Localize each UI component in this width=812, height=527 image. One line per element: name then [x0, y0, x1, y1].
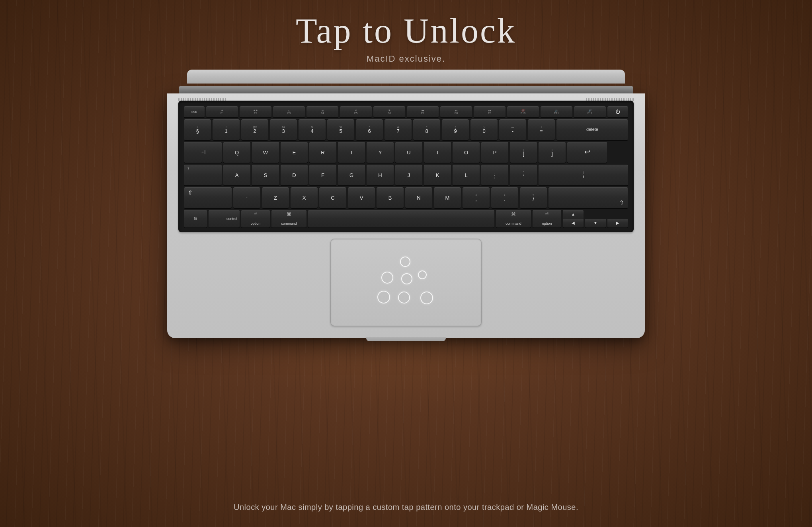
trackpad[interactable]: [330, 239, 482, 326]
key-lbracket[interactable]: {[: [510, 142, 537, 163]
tap-pattern: [374, 257, 438, 308]
key-power[interactable]: ⏻: [607, 106, 628, 117]
macbook-lid: [167, 70, 645, 93]
key-delete[interactable]: delete: [556, 119, 628, 140]
title-section: Tap to Unlock MacID exclusive.: [0, 12, 812, 64]
key-o[interactable]: O: [453, 142, 480, 163]
key-5[interactable]: %5: [327, 119, 354, 140]
key-space[interactable]: [308, 210, 494, 228]
key-x[interactable]: X: [291, 187, 318, 208]
key-fn[interactable]: fn: [184, 210, 207, 228]
key-n[interactable]: N: [405, 187, 432, 208]
key-1[interactable]: !1: [213, 119, 240, 140]
key-l[interactable]: L: [453, 165, 480, 185]
macbook-bottom-notch: [366, 337, 446, 341]
key-control[interactable]: control: [209, 210, 240, 228]
key-t[interactable]: T: [338, 142, 365, 163]
arrow-keys: ▲ ◀ ▼ ▶: [563, 210, 628, 228]
key-arrow-up[interactable]: ▲: [563, 210, 584, 219]
main-title: Tap to Unlock: [0, 12, 812, 51]
key-2[interactable]: @€2: [241, 119, 268, 140]
key-slash[interactable]: ?/: [520, 187, 547, 208]
key-d[interactable]: D: [281, 165, 308, 185]
key-comma[interactable]: <,: [463, 187, 490, 208]
key-h[interactable]: H: [367, 165, 394, 185]
subtitle: MacID exclusive.: [0, 54, 812, 64]
bottom-row: fn control alt option ⌘ command ⌘ comman…: [184, 210, 628, 228]
key-u[interactable]: U: [395, 142, 422, 163]
key-f2[interactable]: ✦✦F2: [240, 106, 271, 117]
key-f4[interactable]: ⊞F4: [306, 106, 338, 117]
key-v[interactable]: V: [348, 187, 375, 208]
key-s[interactable]: S: [252, 165, 279, 185]
bottom-description: Unlock your Mac simply by tapping a cust…: [0, 503, 812, 512]
key-4[interactable]: $4: [299, 119, 326, 140]
tap-circle-1: [400, 257, 410, 267]
key-p[interactable]: P: [481, 142, 508, 163]
key-f3[interactable]: ⊡F3: [273, 106, 305, 117]
key-minus[interactable]: —-: [499, 119, 526, 140]
key-f8[interactable]: ⏯F8: [440, 106, 472, 117]
tap-circle-6: [398, 292, 410, 303]
key-shift-right[interactable]: ⇧: [548, 187, 628, 208]
key-backslash[interactable]: |\: [539, 165, 628, 185]
key-return[interactable]: ↩: [567, 142, 607, 163]
key-option-right[interactable]: alt option: [533, 210, 561, 228]
key-arrow-right[interactable]: ▶: [607, 219, 628, 228]
key-g[interactable]: G: [338, 165, 365, 185]
key-f12[interactable]: 🔊F12: [574, 106, 606, 117]
key-shift-left[interactable]: ⇧: [184, 187, 232, 208]
key-q[interactable]: Q: [223, 142, 250, 163]
key-command-right[interactable]: ⌘ command: [496, 210, 531, 228]
key-f[interactable]: F: [309, 165, 336, 185]
key-y[interactable]: Y: [367, 142, 394, 163]
key-z[interactable]: Z: [262, 187, 289, 208]
key-option-left[interactable]: alt option: [241, 210, 270, 228]
key-esc[interactable]: esc: [184, 106, 205, 117]
keyboard: esc ✦F1 ✦✦F2 ⊡F3 ⊞F4 ☀F5 ☀F6 ⏮F7 ⏯F8 ⏭F9…: [178, 101, 634, 232]
key-i[interactable]: I: [424, 142, 451, 163]
key-e[interactable]: E: [281, 142, 308, 163]
key-arrow-left[interactable]: ◀: [563, 219, 584, 228]
key-w[interactable]: W: [252, 142, 279, 163]
key-f6[interactable]: ☀F6: [373, 106, 405, 117]
key-j[interactable]: J: [395, 165, 422, 185]
key-r[interactable]: R: [309, 142, 336, 163]
key-a[interactable]: A: [223, 165, 250, 185]
key-period[interactable]: >.: [491, 187, 518, 208]
tap-circle-4: [418, 270, 427, 279]
key-7[interactable]: &7: [385, 119, 412, 140]
key-tab[interactable]: →|: [184, 142, 222, 163]
key-m[interactable]: M: [434, 187, 461, 208]
key-9[interactable]: (9: [442, 119, 469, 140]
key-command-left[interactable]: ⌘ command: [271, 210, 306, 228]
key-f1[interactable]: ✦F1: [206, 106, 238, 117]
tap-circle-3: [401, 273, 412, 284]
number-row: ±§ !1 @€2 £#3 $4 %5 ^6 &7 *8 (9 )0 —- +=…: [184, 119, 628, 140]
key-f7[interactable]: ⏮F7: [407, 106, 439, 117]
key-f11[interactable]: 🔉F11: [541, 106, 572, 117]
tap-circle-5: [377, 291, 390, 303]
lid-hinge: [179, 86, 633, 93]
key-0[interactable]: )0: [470, 119, 498, 140]
key-tilde[interactable]: ±§: [184, 119, 211, 140]
key-8[interactable]: *8: [413, 119, 440, 140]
trackpad-container: [178, 239, 634, 326]
macbook: esc ✦F1 ✦✦F2 ⊡F3 ⊞F4 ☀F5 ☀F6 ⏮F7 ⏯F8 ⏭F9…: [167, 70, 645, 338]
key-f5[interactable]: ☀F5: [340, 106, 372, 117]
key-semicolon[interactable]: :;: [481, 165, 508, 185]
key-arrow-down[interactable]: ▼: [585, 219, 606, 228]
key-equals[interactable]: +=: [528, 119, 555, 140]
key-b[interactable]: B: [377, 187, 404, 208]
key-backtick[interactable]: ~`: [233, 187, 260, 208]
key-caps-lock[interactable]: ⇪: [184, 165, 222, 185]
key-3[interactable]: £#3: [270, 119, 297, 140]
key-c[interactable]: C: [319, 187, 346, 208]
key-6[interactable]: ^6: [356, 119, 383, 140]
key-f10[interactable]: 🔇F10: [507, 106, 539, 117]
function-row: esc ✦F1 ✦✦F2 ⊡F3 ⊞F4 ☀F5 ☀F6 ⏮F7 ⏯F8 ⏭F9…: [184, 106, 628, 117]
key-k[interactable]: K: [424, 165, 451, 185]
key-quote[interactable]: "': [510, 165, 537, 185]
key-rbracket[interactable]: }]: [539, 142, 566, 163]
key-f9[interactable]: ⏭F9: [474, 106, 506, 117]
